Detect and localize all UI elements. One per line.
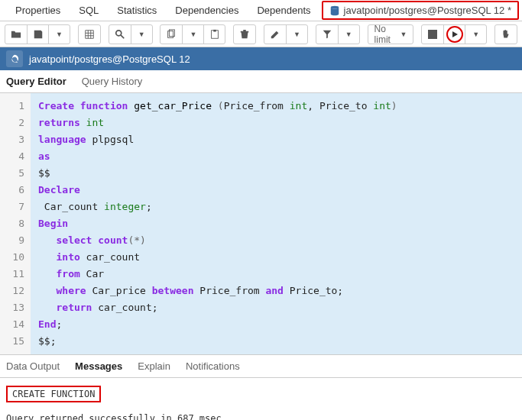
connection-label: javatpoint/postgres@PostgreSQL 12 bbox=[29, 53, 190, 65]
filter-button[interactable] bbox=[316, 24, 338, 44]
line-gutter: 123456789101112131415 bbox=[0, 93, 31, 354]
chevron-down-icon: ▼ bbox=[400, 31, 407, 38]
database-icon bbox=[329, 5, 340, 16]
filter-dropdown[interactable]: ▼ bbox=[338, 24, 359, 44]
pencil-icon bbox=[270, 29, 280, 40]
tab-connection-label: javatpoint/postgres@PostgreSQL 12 * bbox=[344, 5, 511, 16]
stop-button[interactable] bbox=[422, 24, 443, 44]
edit-dropdown[interactable]: ▼ bbox=[286, 24, 307, 44]
svg-point-0 bbox=[330, 5, 339, 8]
explain-button[interactable] bbox=[495, 24, 517, 44]
tab-connection[interactable]: javatpoint/postgres@PostgreSQL 12 * bbox=[322, 1, 519, 20]
tab-data-output[interactable]: Data Output bbox=[6, 356, 60, 376]
folder-open-icon bbox=[11, 29, 21, 40]
svg-rect-5 bbox=[213, 29, 216, 31]
save-icon bbox=[33, 29, 44, 40]
message-result: CREATE FUNCTION bbox=[6, 386, 101, 402]
paste-button[interactable] bbox=[203, 24, 225, 44]
hand-icon bbox=[501, 29, 511, 40]
copy-button[interactable] bbox=[160, 24, 182, 44]
copy-icon bbox=[166, 29, 177, 40]
execute-dropdown[interactable]: ▼ bbox=[465, 24, 486, 44]
chevron-down-icon: ▼ bbox=[56, 31, 63, 38]
delete-button[interactable] bbox=[234, 24, 255, 44]
chevron-down-icon: ▼ bbox=[472, 31, 479, 38]
tab-statistics[interactable]: Statistics bbox=[108, 1, 166, 20]
connection-bar: javatpoint/postgres@PostgreSQL 12 bbox=[0, 47, 522, 70]
code-area[interactable]: Create function get_car_Price (Price_fro… bbox=[31, 93, 522, 354]
search-button[interactable] bbox=[109, 24, 131, 44]
editor-tabs: Query Editor Query History bbox=[0, 70, 522, 93]
tab-query-editor[interactable]: Query Editor bbox=[6, 71, 66, 92]
search-icon bbox=[115, 29, 125, 40]
query-editor[interactable]: 123456789101112131415 Create function ge… bbox=[0, 93, 522, 355]
save-button[interactable] bbox=[27, 24, 48, 44]
filter-icon bbox=[322, 29, 332, 40]
grid-button[interactable] bbox=[79, 24, 100, 44]
tab-dependents[interactable]: Dependents bbox=[248, 1, 319, 20]
tab-explain[interactable]: Explain bbox=[138, 356, 170, 376]
output-tabs: Data Output Messages Explain Notificatio… bbox=[0, 355, 522, 378]
limit-label: No limit bbox=[374, 24, 393, 45]
tab-properties[interactable]: Properties bbox=[6, 1, 70, 20]
open-file-button[interactable] bbox=[5, 24, 27, 44]
copy-dropdown[interactable]: ▼ bbox=[182, 24, 203, 44]
chevron-down-icon: ▼ bbox=[138, 31, 145, 38]
messages-panel: CREATE FUNCTION Query returned successfu… bbox=[0, 378, 522, 420]
tab-messages[interactable]: Messages bbox=[75, 356, 122, 376]
refresh-icon[interactable] bbox=[6, 50, 23, 67]
play-icon bbox=[451, 31, 459, 38]
tab-notifications[interactable]: Notifications bbox=[186, 356, 240, 376]
tab-sql[interactable]: SQL bbox=[70, 1, 108, 20]
top-tabs: Properties SQL Statistics Dependencies D… bbox=[0, 0, 522, 21]
save-dropdown[interactable]: ▼ bbox=[48, 24, 70, 44]
tab-query-history[interactable]: Query History bbox=[82, 71, 142, 92]
edit-button[interactable] bbox=[264, 24, 286, 44]
message-status: Query returned successfully in 687 msec. bbox=[6, 413, 516, 420]
toolbar: ▼ ▼ ▼ ▼ ▼ No limit ▼ ▼ bbox=[0, 21, 522, 47]
stop-icon bbox=[428, 30, 437, 39]
svg-point-1 bbox=[115, 30, 121, 35]
grid-icon bbox=[84, 29, 95, 40]
execute-button[interactable] bbox=[443, 24, 465, 44]
tab-dependencies[interactable]: Dependencies bbox=[166, 1, 248, 20]
trash-icon bbox=[239, 29, 250, 40]
paste-icon bbox=[209, 29, 220, 40]
chevron-down-icon: ▼ bbox=[345, 31, 352, 38]
chevron-down-icon: ▼ bbox=[293, 31, 300, 38]
svg-rect-6 bbox=[428, 30, 437, 39]
limit-select[interactable]: No limit ▼ bbox=[368, 24, 414, 44]
chevron-down-icon: ▼ bbox=[190, 31, 196, 38]
search-dropdown[interactable]: ▼ bbox=[131, 24, 152, 44]
